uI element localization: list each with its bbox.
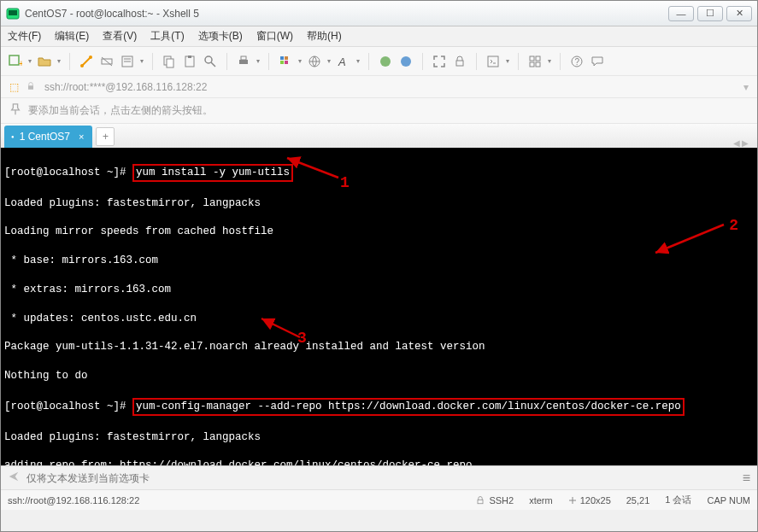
svg-rect-21 (280, 61, 284, 64)
copy-icon[interactable] (162, 54, 177, 69)
menu-help[interactable]: 帮助(H) (307, 29, 342, 44)
disconnect-icon[interactable] (99, 54, 115, 69)
svg-rect-12 (167, 59, 173, 67)
status-ssh: SSH2 (475, 495, 514, 506)
send-icon[interactable] (8, 471, 20, 485)
svg-rect-14 (188, 56, 191, 58)
reconnect-icon[interactable] (79, 54, 94, 69)
tab-close-icon[interactable]: × (79, 132, 84, 142)
svg-point-25 (380, 56, 391, 67)
properties-icon[interactable] (120, 54, 135, 69)
size-icon (568, 496, 577, 505)
menu-tab[interactable]: 选项卡(B) (198, 29, 243, 44)
svg-rect-2 (9, 56, 19, 65)
tile-icon[interactable] (527, 54, 543, 69)
chat-icon[interactable] (590, 54, 605, 69)
send-input[interactable] (26, 472, 736, 484)
svg-line-16 (211, 62, 215, 67)
lock-icon[interactable] (452, 54, 467, 69)
svg-rect-22 (285, 61, 288, 64)
svg-rect-17 (239, 60, 248, 64)
tab-label: 1 CentOS7 (20, 131, 70, 143)
svg-point-5 (89, 56, 92, 59)
svg-rect-32 (536, 62, 540, 67)
svg-point-4 (80, 64, 84, 67)
color-scheme-icon[interactable] (278, 54, 293, 69)
title-bar: CentOS7 - root@localhost:~ - Xshell 5 — … (1, 1, 757, 26)
menu-bar: 文件(F) 编辑(E) 查看(V) 工具(T) 选项卡(B) 窗口(W) 帮助(… (1, 26, 757, 47)
svg-rect-39 (478, 500, 483, 504)
toolbar: +▾ ▾ ▾ ▾ ▾ ▾ A▾ ▾ ▾ ? (1, 47, 757, 76)
pin-icon[interactable] (9, 103, 21, 118)
svg-text:+: + (19, 59, 22, 68)
menu-window[interactable]: 窗口(W) (256, 29, 293, 44)
svg-rect-28 (488, 56, 498, 67)
menu-edit[interactable]: 编辑(E) (55, 29, 89, 44)
script-icon[interactable] (485, 54, 501, 69)
svg-text:A: A (338, 56, 346, 68)
status-term: xterm (529, 495, 553, 506)
svg-rect-18 (241, 56, 246, 60)
maximize-button[interactable]: ☐ (697, 6, 723, 21)
session-tab[interactable]: ● 1 CentOS7 × (4, 126, 92, 148)
svg-rect-20 (285, 56, 288, 60)
status-bar: ssh://root@192.168.116.128:22 SSH2 xterm… (1, 489, 757, 510)
cmd1-highlight: yum install -y yum-utils (132, 164, 293, 182)
svg-rect-35 (28, 85, 33, 90)
terminal[interactable]: [root@localhost ~]# yum install -y yum-u… (1, 148, 757, 465)
hint-text: 要添加当前会话，点击左侧的箭头按钮。 (28, 103, 213, 118)
address-bar: ⬚ ssh://root:****@192.168.116.128:22 ▾ (1, 76, 757, 98)
send-menu-icon[interactable]: ≡ (743, 471, 750, 486)
add-session-icon[interactable]: ⬚ (9, 81, 19, 93)
xagent-icon[interactable] (378, 54, 393, 69)
svg-rect-1 (9, 10, 17, 15)
tab-next-icon[interactable]: ▶ (742, 138, 749, 148)
svg-rect-27 (456, 61, 463, 66)
svg-point-26 (401, 56, 411, 67)
minimize-button[interactable]: — (668, 6, 694, 21)
paste-icon[interactable] (182, 54, 197, 69)
tab-status-dot: ● (11, 134, 15, 139)
tab-bar: ● 1 CentOS7 × + ◀ ▶ (1, 124, 757, 148)
app-icon (6, 7, 20, 20)
menu-tools[interactable]: 工具(T) (150, 29, 184, 44)
window-title: CentOS7 - root@localhost:~ - Xshell 5 (25, 8, 668, 20)
padlock-icon (26, 81, 38, 93)
window-controls: — ☐ ✕ (668, 6, 752, 21)
svg-rect-19 (280, 56, 284, 60)
add-tab-button[interactable]: + (96, 127, 115, 146)
menu-view[interactable]: 查看(V) (103, 29, 137, 44)
close-button[interactable]: ✕ (726, 6, 752, 21)
hint-bar: 要添加当前会话，点击左侧的箭头按钮。 (1, 98, 757, 124)
status-connection: ssh://root@192.168.116.128:22 (8, 495, 460, 506)
status-caps: CAP NUM (707, 495, 750, 506)
xftp-icon[interactable] (398, 54, 414, 69)
svg-point-15 (205, 56, 212, 63)
menu-file[interactable]: 文件(F) (8, 29, 41, 44)
svg-rect-31 (530, 62, 534, 67)
address-text[interactable]: ssh://root:****@192.168.116.128:22 (44, 81, 737, 93)
new-session-icon[interactable]: + (8, 54, 23, 69)
font-icon[interactable]: A (336, 54, 351, 69)
ssh-icon (475, 495, 485, 506)
find-icon[interactable] (203, 54, 218, 69)
help-icon[interactable]: ? (569, 54, 585, 69)
fullscreen-icon[interactable] (432, 54, 447, 69)
addr-dropdown-icon[interactable]: ▾ (743, 81, 749, 93)
svg-rect-30 (536, 56, 540, 61)
status-size: 120x25 (568, 495, 611, 506)
print-icon[interactable] (236, 54, 251, 69)
cmd2-highlight: yum-config-manager --add-repo https://do… (132, 398, 685, 416)
svg-text:?: ? (575, 57, 580, 67)
status-sessions: 1 会话 (665, 494, 691, 506)
open-icon[interactable] (37, 54, 52, 69)
svg-rect-29 (530, 56, 534, 61)
tab-nav: ◀ ▶ (733, 138, 754, 148)
encoding-icon[interactable] (307, 54, 322, 69)
status-pos: 25,21 (626, 495, 650, 506)
tab-prev-icon[interactable]: ◀ (733, 138, 740, 148)
send-bar: ≡ (1, 465, 757, 489)
